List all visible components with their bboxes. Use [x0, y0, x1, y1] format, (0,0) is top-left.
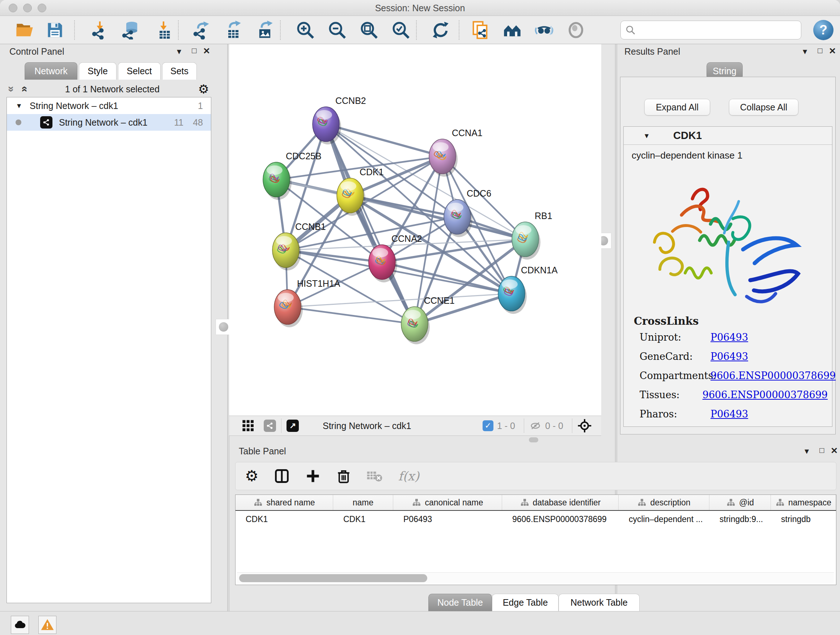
search-box[interactable]: [621, 21, 801, 40]
help-button[interactable]: ?: [813, 20, 834, 40]
float-panel-icon[interactable]: □: [816, 446, 828, 455]
network-node[interactable]: [444, 200, 472, 237]
column-header-canonical-name[interactable]: canonical name: [393, 495, 502, 510]
scrollbar-thumb[interactable]: [239, 574, 427, 582]
float-panel-icon[interactable]: □: [814, 46, 826, 55]
export-image-button[interactable]: [253, 19, 276, 41]
column-header-description[interactable]: description: [619, 495, 709, 510]
warnings-button[interactable]: [38, 616, 57, 634]
crosslink-link[interactable]: P06493: [711, 351, 748, 362]
crosslink-link[interactable]: P06493: [711, 332, 748, 343]
grid-view-icon[interactable]: [242, 420, 254, 432]
table-row[interactable]: CDK1CDK1P064939606.ENSP00000378699cyclin…: [235, 511, 836, 527]
import-database-icon: [122, 21, 141, 40]
crosslink-link[interactable]: P06493: [711, 409, 748, 420]
gene-expander-icon[interactable]: ▾: [645, 131, 649, 141]
tab-node-table[interactable]: Node Table: [428, 594, 492, 611]
tab-edge-table[interactable]: Edge Table: [492, 594, 559, 611]
table-cell[interactable]: stringdb:9...: [709, 511, 771, 527]
crosslink-link[interactable]: 9606.ENSP00000378699: [711, 370, 836, 381]
tab-sets[interactable]: Sets: [162, 62, 197, 80]
close-panel-icon[interactable]: ✕: [826, 46, 838, 56]
table-cell[interactable]: 9606.ENSP00000378699: [502, 511, 619, 527]
network-node[interactable]: [401, 307, 430, 344]
tab-network[interactable]: Network: [25, 62, 77, 80]
open-session-button[interactable]: [13, 19, 36, 41]
collapse-all-button[interactable]: Collapse All: [729, 99, 798, 116]
network-node[interactable]: [274, 290, 303, 327]
network-graph[interactable]: CCNB2CCNA1CDC25BCDK1CDC6RB1CCNB1CCNA2CDK…: [229, 44, 601, 416]
hide-panels-button[interactable]: [532, 19, 556, 41]
tab-select[interactable]: Select: [118, 62, 161, 80]
export-network-button[interactable]: [189, 19, 213, 41]
toolbar-separator: [280, 20, 281, 40]
gene-header[interactable]: ▾ CDK1: [624, 127, 832, 145]
birdseye-crosshair-icon[interactable]: [577, 418, 592, 433]
tab-style[interactable]: Style: [79, 62, 117, 80]
collection-expander-icon[interactable]: ▾: [17, 101, 21, 111]
collapse-panel-icon[interactable]: ▾: [801, 446, 813, 456]
network-edge[interactable]: [287, 307, 415, 324]
collapse-panel-icon[interactable]: ▾: [799, 46, 811, 57]
tab-network-table[interactable]: Network Table: [559, 594, 639, 611]
table-header-row: shared namenamecanonical namedatabase id…: [235, 495, 836, 511]
close-panel-icon[interactable]: ✕: [828, 446, 840, 456]
collapse-panel-icon[interactable]: ▾: [173, 46, 185, 57]
column-header--id[interactable]: @id: [709, 495, 771, 510]
column-header-shared-name[interactable]: shared name: [235, 495, 333, 510]
create-column-plus-icon[interactable]: [305, 468, 321, 484]
string-documents-button[interactable]: [469, 19, 492, 41]
table-settings-gear-icon[interactable]: ⚙: [245, 469, 259, 484]
horizontal-scrollbar[interactable]: [237, 572, 834, 583]
network-row[interactable]: String Network – cdk1 11 48: [7, 114, 211, 131]
table-cell[interactable]: stringdb: [771, 511, 836, 527]
network-column-icon: [726, 498, 736, 507]
import-database-button[interactable]: [119, 19, 142, 41]
crosslink-row: GeneCard:P06493: [639, 351, 828, 362]
table-cell[interactable]: P06493: [393, 511, 502, 527]
network-node[interactable]: [313, 107, 341, 144]
selected-count: 1 - 0: [497, 421, 515, 431]
table-cell[interactable]: CDK1: [235, 511, 333, 527]
float-panel-icon[interactable]: □: [188, 46, 201, 55]
status-bar: Memory: [0, 611, 840, 635]
network-node[interactable]: [498, 276, 527, 314]
save-session-button[interactable]: [43, 19, 66, 41]
show-panels-button[interactable]: [564, 19, 587, 41]
zoom-in-button[interactable]: [294, 19, 317, 41]
network-edge-count: 48: [193, 117, 203, 128]
close-panel-icon[interactable]: ✕: [201, 46, 213, 56]
network-canvas[interactable]: CCNB2CCNA1CDC25BCDK1CDC6RB1CCNB1CCNA2CDK…: [229, 44, 601, 416]
column-header-namespace[interactable]: namespace: [771, 495, 836, 510]
string-results-box: Expand All Collapse All ▾ CDK1 cyclin–de…: [620, 77, 836, 434]
selected-count-icon: ✓: [483, 420, 493, 431]
import-network-button[interactable]: [88, 19, 111, 41]
table-cell[interactable]: cyclin–dependent ...: [619, 511, 709, 527]
network-view-type-icon[interactable]: [264, 420, 276, 432]
network-node[interactable]: [369, 245, 397, 282]
cloud-button[interactable]: [11, 616, 29, 634]
expand-all-networks-icon[interactable]: »: [5, 86, 18, 92]
expand-all-button[interactable]: Expand All: [644, 99, 710, 116]
network-node[interactable]: [512, 222, 540, 260]
export-table-button[interactable]: [221, 19, 245, 41]
search-input[interactable]: [636, 25, 791, 35]
crosslink-label: Tissues:: [639, 389, 703, 401]
refresh-button[interactable]: [429, 19, 452, 41]
column-header-database-identifier[interactable]: database identifier: [502, 495, 619, 510]
zoom-out-button[interactable]: [325, 19, 349, 41]
table-cell[interactable]: CDK1: [333, 511, 393, 527]
import-table-button[interactable]: [152, 19, 175, 41]
crosslink-link[interactable]: 9606.ENSP00000378699: [703, 389, 828, 401]
collapse-all-networks-icon[interactable]: »: [17, 86, 30, 92]
crosslink-label: GeneCard:: [639, 351, 711, 362]
show-columns-icon[interactable]: [274, 468, 290, 484]
delete-column-trash-icon[interactable]: [336, 468, 351, 484]
network-options-gear-icon[interactable]: ⚙: [198, 83, 209, 95]
organism-homes-button[interactable]: [501, 19, 524, 41]
zoom-fit-button[interactable]: [357, 19, 381, 41]
zoom-selected-button[interactable]: [389, 19, 412, 41]
open-in-window-icon[interactable]: ↗: [286, 420, 299, 432]
network-collection-row[interactable]: ▾ String Network – cdk1 1: [7, 97, 211, 114]
column-header-name[interactable]: name: [333, 495, 393, 510]
